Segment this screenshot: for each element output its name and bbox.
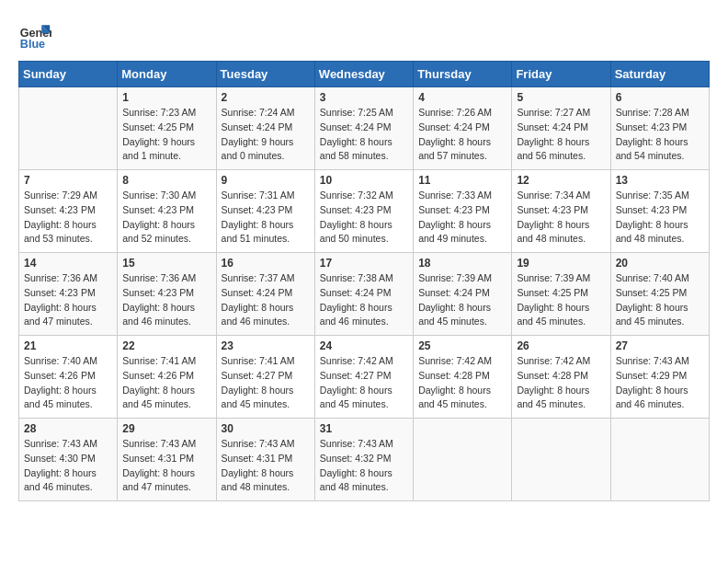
day-number: 26 <box>517 339 605 352</box>
day-number: 31 <box>320 422 408 435</box>
day-info: Sunrise: 7:28 AMSunset: 4:23 PMDaylight:… <box>616 106 704 164</box>
day-info: Sunrise: 7:31 AMSunset: 4:23 PMDaylight:… <box>222 189 310 247</box>
day-number: 21 <box>24 339 112 352</box>
day-info: Sunrise: 7:43 AMSunset: 4:29 PMDaylight:… <box>616 354 704 412</box>
day-info: Sunrise: 7:43 AMSunset: 4:32 PMDaylight:… <box>320 437 408 495</box>
day-number: 24 <box>320 339 408 352</box>
page-header: General Blue <box>18 18 710 52</box>
calendar-cell: 27 Sunrise: 7:43 AMSunset: 4:29 PMDaylig… <box>610 336 709 419</box>
day-info: Sunrise: 7:36 AMSunset: 4:23 PMDaylight:… <box>122 271 210 329</box>
day-number: 6 <box>616 91 704 104</box>
day-info: Sunrise: 7:30 AMSunset: 4:23 PMDaylight:… <box>122 189 210 247</box>
day-info: Sunrise: 7:41 AMSunset: 4:27 PMDaylight:… <box>222 354 310 412</box>
calendar-cell: 13 Sunrise: 7:35 AMSunset: 4:23 PMDaylig… <box>610 170 709 253</box>
calendar-cell <box>19 87 118 170</box>
day-number: 8 <box>122 174 210 187</box>
day-number: 2 <box>222 91 310 104</box>
day-info: Sunrise: 7:41 AMSunset: 4:26 PMDaylight:… <box>122 354 210 412</box>
day-info: Sunrise: 7:37 AMSunset: 4:24 PMDaylight:… <box>222 271 310 329</box>
logo: General Blue <box>18 18 51 52</box>
day-info: Sunrise: 7:40 AMSunset: 4:25 PMDaylight:… <box>616 271 704 329</box>
day-number: 19 <box>517 257 605 270</box>
calendar-cell: 23 Sunrise: 7:41 AMSunset: 4:27 PMDaylig… <box>216 336 314 419</box>
col-header-thursday: Thursday <box>414 62 512 87</box>
day-number: 10 <box>320 174 408 187</box>
day-number: 25 <box>418 339 506 352</box>
col-header-monday: Monday <box>118 62 216 87</box>
calendar-week-row: 14 Sunrise: 7:36 AMSunset: 4:23 PMDaylig… <box>19 253 710 336</box>
day-info: Sunrise: 7:25 AMSunset: 4:24 PMDaylight:… <box>320 106 408 164</box>
day-number: 20 <box>616 257 704 270</box>
day-number: 23 <box>222 339 310 352</box>
calendar-cell: 21 Sunrise: 7:40 AMSunset: 4:26 PMDaylig… <box>19 336 118 419</box>
day-info: Sunrise: 7:39 AMSunset: 4:24 PMDaylight:… <box>418 271 506 329</box>
calendar-cell: 17 Sunrise: 7:38 AMSunset: 4:24 PMDaylig… <box>314 253 413 336</box>
day-info: Sunrise: 7:39 AMSunset: 4:25 PMDaylight:… <box>517 271 605 329</box>
calendar-cell <box>414 419 512 501</box>
calendar-cell: 9 Sunrise: 7:31 AMSunset: 4:23 PMDayligh… <box>216 170 314 253</box>
day-number: 14 <box>24 257 112 270</box>
calendar-cell: 2 Sunrise: 7:24 AMSunset: 4:24 PMDayligh… <box>216 87 314 170</box>
calendar-cell: 25 Sunrise: 7:42 AMSunset: 4:28 PMDaylig… <box>414 336 512 419</box>
calendar-cell: 30 Sunrise: 7:43 AMSunset: 4:31 PMDaylig… <box>216 419 314 501</box>
day-info: Sunrise: 7:43 AMSunset: 4:31 PMDaylight:… <box>122 437 210 495</box>
calendar-cell: 19 Sunrise: 7:39 AMSunset: 4:25 PMDaylig… <box>512 253 610 336</box>
calendar-week-row: 28 Sunrise: 7:43 AMSunset: 4:30 PMDaylig… <box>19 419 710 501</box>
calendar-cell: 1 Sunrise: 7:23 AMSunset: 4:25 PMDayligh… <box>118 87 216 170</box>
calendar-cell: 14 Sunrise: 7:36 AMSunset: 4:23 PMDaylig… <box>19 253 118 336</box>
calendar-cell: 31 Sunrise: 7:43 AMSunset: 4:32 PMDaylig… <box>314 419 413 501</box>
day-number: 9 <box>222 174 310 187</box>
calendar-table: SundayMondayTuesdayWednesdayThursdayFrid… <box>18 61 710 501</box>
calendar-week-row: 21 Sunrise: 7:40 AMSunset: 4:26 PMDaylig… <box>19 336 710 419</box>
day-number: 4 <box>418 91 506 104</box>
day-number: 12 <box>517 174 605 187</box>
col-header-wednesday: Wednesday <box>314 62 413 87</box>
calendar-cell: 10 Sunrise: 7:32 AMSunset: 4:23 PMDaylig… <box>314 170 413 253</box>
day-number: 13 <box>616 174 704 187</box>
day-info: Sunrise: 7:23 AMSunset: 4:25 PMDaylight:… <box>122 106 210 164</box>
calendar-cell: 11 Sunrise: 7:33 AMSunset: 4:23 PMDaylig… <box>414 170 512 253</box>
calendar-week-row: 1 Sunrise: 7:23 AMSunset: 4:25 PMDayligh… <box>19 87 710 170</box>
day-number: 29 <box>122 422 210 435</box>
day-info: Sunrise: 7:38 AMSunset: 4:24 PMDaylight:… <box>320 271 408 329</box>
col-header-tuesday: Tuesday <box>216 62 314 87</box>
day-info: Sunrise: 7:43 AMSunset: 4:30 PMDaylight:… <box>24 437 112 495</box>
day-info: Sunrise: 7:42 AMSunset: 4:27 PMDaylight:… <box>320 354 408 412</box>
calendar-cell: 8 Sunrise: 7:30 AMSunset: 4:23 PMDayligh… <box>118 170 216 253</box>
day-info: Sunrise: 7:43 AMSunset: 4:31 PMDaylight:… <box>222 437 310 495</box>
day-number: 28 <box>24 422 112 435</box>
day-number: 11 <box>418 174 506 187</box>
calendar-cell: 16 Sunrise: 7:37 AMSunset: 4:24 PMDaylig… <box>216 253 314 336</box>
day-info: Sunrise: 7:27 AMSunset: 4:24 PMDaylight:… <box>517 106 605 164</box>
day-info: Sunrise: 7:32 AMSunset: 4:23 PMDaylight:… <box>320 189 408 247</box>
calendar-cell: 12 Sunrise: 7:34 AMSunset: 4:23 PMDaylig… <box>512 170 610 253</box>
calendar-cell: 22 Sunrise: 7:41 AMSunset: 4:26 PMDaylig… <box>118 336 216 419</box>
day-info: Sunrise: 7:42 AMSunset: 4:28 PMDaylight:… <box>517 354 605 412</box>
day-number: 1 <box>122 91 210 104</box>
calendar-cell: 26 Sunrise: 7:42 AMSunset: 4:28 PMDaylig… <box>512 336 610 419</box>
day-info: Sunrise: 7:24 AMSunset: 4:24 PMDaylight:… <box>222 106 310 164</box>
day-number: 18 <box>418 257 506 270</box>
day-number: 30 <box>222 422 310 435</box>
day-info: Sunrise: 7:34 AMSunset: 4:23 PMDaylight:… <box>517 189 605 247</box>
calendar-cell: 24 Sunrise: 7:42 AMSunset: 4:27 PMDaylig… <box>314 336 413 419</box>
day-number: 7 <box>24 174 112 187</box>
col-header-saturday: Saturday <box>610 62 709 87</box>
calendar-cell: 4 Sunrise: 7:26 AMSunset: 4:24 PMDayligh… <box>414 87 512 170</box>
day-info: Sunrise: 7:36 AMSunset: 4:23 PMDaylight:… <box>24 271 112 329</box>
calendar-week-row: 7 Sunrise: 7:29 AMSunset: 4:23 PMDayligh… <box>19 170 710 253</box>
calendar-cell: 5 Sunrise: 7:27 AMSunset: 4:24 PMDayligh… <box>512 87 610 170</box>
day-info: Sunrise: 7:35 AMSunset: 4:23 PMDaylight:… <box>616 189 704 247</box>
calendar-cell: 3 Sunrise: 7:25 AMSunset: 4:24 PMDayligh… <box>314 87 413 170</box>
day-number: 15 <box>122 257 210 270</box>
day-number: 16 <box>222 257 310 270</box>
day-number: 5 <box>517 91 605 104</box>
calendar-cell: 7 Sunrise: 7:29 AMSunset: 4:23 PMDayligh… <box>19 170 118 253</box>
day-number: 22 <box>122 339 210 352</box>
calendar-cell: 15 Sunrise: 7:36 AMSunset: 4:23 PMDaylig… <box>118 253 216 336</box>
calendar-cell <box>610 419 709 501</box>
day-number: 27 <box>616 339 704 352</box>
col-header-sunday: Sunday <box>19 62 118 87</box>
calendar-cell: 6 Sunrise: 7:28 AMSunset: 4:23 PMDayligh… <box>610 87 709 170</box>
day-number: 3 <box>320 91 408 104</box>
